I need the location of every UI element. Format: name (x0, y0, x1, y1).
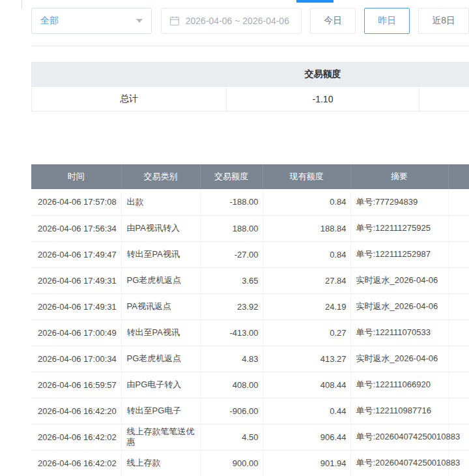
summary-header-empty (32, 63, 227, 87)
column-header: 交易类别 (121, 164, 200, 189)
transactions-table: 时间交易类别交易额度现有额度摘要 2026-04-06 17:57:08出款-1… (31, 164, 469, 476)
table-row: 2026-04-06 16:42:20转出至PG电子-906.000.44单号:… (31, 398, 469, 424)
table-cell: 线上存款 (121, 450, 200, 476)
table-cell: 线上存款笔笔送优惠 (121, 424, 200, 450)
summary-header-amount: 交易额度 (227, 63, 419, 87)
table-cell: 0.84 (263, 241, 350, 267)
table-row: 2026-04-06 16:42:02线上存款900.00901.94单号:20… (31, 450, 469, 476)
table-row: 2026-04-06 16:42:02线上存款笔笔送优惠4.50906.44单号… (31, 424, 469, 450)
summary-table: 交易额度 总计 -1.10 (31, 62, 469, 112)
table-cell: 188.84 (263, 215, 350, 241)
table-cell: 0.84 (263, 189, 350, 215)
table-row: 2026-04-06 17:00:49转出至PA视讯-413.000.27单号:… (31, 320, 469, 346)
active-tab-indicator (296, 0, 334, 3)
filter-bar: 全部 2026-04-06 ~ 2026-04-06 今日 昨日 近8日 (31, 8, 469, 34)
chevron-down-icon (136, 19, 143, 23)
table-cell: 单号:122111252987 (350, 241, 448, 267)
column-header: 摘要 (350, 164, 448, 189)
summary-header-cutoff (419, 63, 469, 87)
table-cell: 2026-04-06 17:56:34 (31, 215, 121, 241)
table-cell: 单号:122110987716 (350, 398, 448, 424)
column-header: 交易额度 (200, 164, 263, 189)
table-cell: -188.00 (200, 189, 263, 215)
divider (31, 46, 469, 46)
table-cell: 408.44 (263, 372, 350, 398)
table-cell (448, 398, 469, 424)
table-cell: 2026-04-06 16:42:02 (31, 450, 121, 476)
table-cell: 408.00 (200, 372, 263, 398)
table-cell: 出款 (121, 189, 200, 215)
table-cell (448, 215, 469, 241)
summary-total-row: 总计 -1.10 (32, 87, 469, 112)
table-cell: 2026-04-06 17:57:08 (31, 189, 121, 215)
table-cell: 2026-04-06 17:49:31 (31, 293, 121, 320)
table-cell (448, 320, 469, 346)
table-cell: 900.00 (200, 450, 263, 476)
today-button[interactable]: 今日 (310, 8, 356, 34)
table-cell: 4.50 (200, 424, 263, 450)
table-cell: 单号:202604074250010883 (350, 424, 448, 450)
column-header (448, 164, 469, 189)
table-cell: 单号:122111066920 (350, 372, 448, 398)
table-cell: 实时返水_2026-04-06 (350, 267, 448, 293)
table-cell: -906.00 (200, 398, 263, 424)
summary-header-row: 交易额度 (32, 63, 469, 87)
table-row: 2026-04-06 17:49:31PG老虎机返点3.6527.84实时返水_… (31, 267, 469, 293)
table-row: 2026-04-06 17:49:31PA视讯返点23.9224.19实时返水_… (31, 293, 469, 320)
last-8-days-button[interactable]: 近8日 (418, 8, 469, 34)
table-cell (448, 346, 469, 372)
table-cell: 转出至PG电子 (121, 398, 200, 424)
table-cell: 由PG电子转入 (121, 372, 200, 398)
table-cell: 单号:122111070533 (350, 320, 448, 346)
table-cell: PA视讯返点 (121, 293, 200, 320)
table-row: 2026-04-06 17:00:34PG老虎机返点4.83413.27实时返水… (31, 346, 469, 372)
category-select-value: 全部 (40, 15, 59, 27)
table-cell: 2026-04-06 17:00:34 (31, 346, 121, 372)
table-cell (448, 372, 469, 398)
table-cell: PG老虎机返点 (121, 267, 200, 293)
summary-cell-empty (419, 87, 469, 112)
table-cell: 906.44 (263, 424, 350, 450)
table-cell: 3.65 (200, 267, 263, 293)
table-cell: 27.84 (263, 267, 350, 293)
date-range-input[interactable]: 2026-04-06 ~ 2026-04-06 (161, 8, 302, 34)
table-cell (448, 293, 469, 320)
table-cell: 2026-04-06 16:42:02 (31, 424, 121, 450)
table-cell: 实时返水_2026-04-06 (350, 293, 448, 320)
table-cell (448, 241, 469, 267)
table-row: 2026-04-06 17:49:47转出至PA视讯-27.000.84单号:1… (31, 241, 469, 267)
summary-total-value: -1.10 (227, 87, 419, 112)
table-cell: 2026-04-06 16:59:57 (31, 372, 121, 398)
table-cell: 实时返水_2026-04-06 (350, 346, 448, 372)
table-cell: 2026-04-06 17:00:49 (31, 320, 121, 346)
calendar-icon (169, 16, 180, 26)
table-cell: 0.27 (263, 320, 350, 346)
table-cell: 单号:777294839 (350, 189, 448, 215)
table-cell: 23.92 (200, 293, 263, 320)
table-cell: 2026-04-06 17:49:47 (31, 241, 121, 267)
table-cell: 413.27 (263, 346, 350, 372)
table-row: 2026-04-06 16:59:57由PG电子转入408.00408.44单号… (31, 372, 469, 398)
table-cell: -27.00 (200, 241, 263, 267)
table-cell: 转出至PA视讯 (121, 320, 200, 346)
table-cell (448, 267, 469, 293)
table-cell: 2026-04-06 16:42:20 (31, 398, 121, 424)
table-cell: 由PA视讯转入 (121, 215, 200, 241)
table-cell: 901.94 (263, 450, 350, 476)
table-cell: -413.00 (200, 320, 263, 346)
table-row: 2026-04-06 17:56:34由PA视讯转入188.00188.84单号… (31, 215, 469, 241)
table-row: 2026-04-06 17:57:08出款-188.000.84单号:77729… (31, 189, 469, 215)
transactions-header-row: 时间交易类别交易额度现有额度摘要 (31, 164, 469, 189)
table-cell: 24.19 (263, 293, 350, 320)
yesterday-button[interactable]: 昨日 (364, 8, 410, 34)
date-range-value: 2026-04-06 ~ 2026-04-06 (186, 16, 289, 26)
transactions-body: 2026-04-06 17:57:08出款-188.000.84单号:77729… (31, 189, 469, 476)
table-cell: 2026-04-06 17:49:31 (31, 267, 121, 293)
table-cell: 188.00 (200, 215, 263, 241)
column-header: 时间 (31, 164, 121, 189)
table-cell (448, 189, 469, 215)
table-cell: 0.44 (263, 398, 350, 424)
table-cell: 转出至PA视讯 (121, 241, 200, 267)
column-header: 现有额度 (263, 164, 350, 189)
category-select[interactable]: 全部 (31, 8, 152, 34)
